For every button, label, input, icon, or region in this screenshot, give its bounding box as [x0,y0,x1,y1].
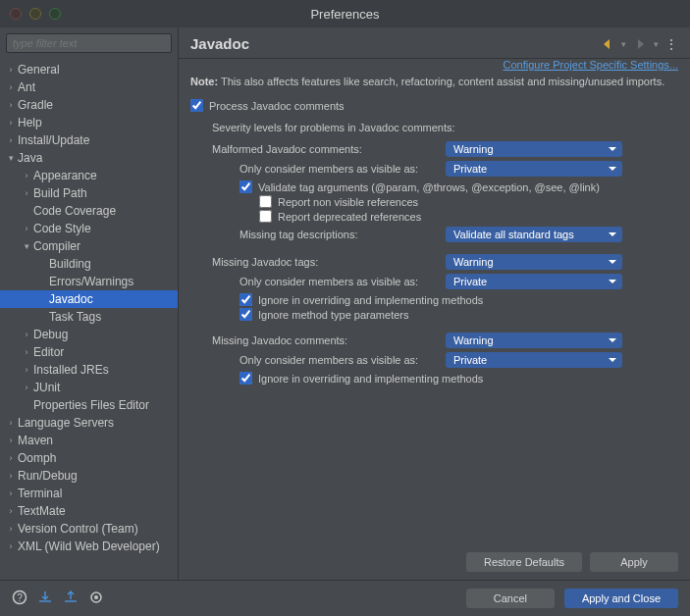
tree-item-ant[interactable]: ›Ant [0,78,178,96]
chevron-right-icon: › [4,506,18,516]
tree-item-install-update[interactable]: ›Install/Update [0,131,178,149]
tree-item-xml-wild-web-developer-[interactable]: ›XML (Wild Web Developer) [0,538,178,555]
restore-defaults-button[interactable]: Restore Defaults [466,552,582,572]
chevron-right-icon: › [4,135,18,145]
tree-item-errors-warnings[interactable]: ·Errors/Warnings [0,273,178,290]
malformed-severity-select[interactable]: Warning [446,141,622,157]
export-icon[interactable] [63,590,79,608]
missing-desc-label: Missing tag descriptions: [239,229,446,240]
missing-tags-ignore-params-checkbox[interactable] [239,308,252,321]
tree-item-textmate[interactable]: ›TextMate [0,502,178,520]
tree-item-label: Terminal [18,487,174,500]
tree-item-label: Debug [33,328,174,341]
tree-item-label: Gradle [18,98,174,112]
report-non-visible-checkbox[interactable] [259,195,272,208]
preferences-tree[interactable]: ›General›Ant›Gradle›Help›Install/Update▾… [0,59,178,580]
window-title: Preferences [0,7,690,22]
apply-and-close-button[interactable]: Apply and Close [564,589,678,608]
chevron-right-icon: › [4,541,18,551]
tree-item-general[interactable]: ›General [0,61,178,78]
import-icon[interactable] [37,590,53,608]
tree-item-editor[interactable]: ›Editor [0,343,178,361]
missing-tags-visibility-select[interactable]: Private [446,274,622,289]
chevron-right-icon: › [4,453,18,463]
help-icon[interactable]: ? [12,590,27,608]
tree-item-label: Installed JREs [33,363,174,377]
tree-item-maven[interactable]: ›Maven [0,432,178,449]
tree-item-junit[interactable]: ›JUnit [0,379,178,396]
configure-project-link[interactable]: Configure Project Specific Settings... [503,59,678,71]
severity-heading: Severity levels for problems in Javadoc … [212,122,678,133]
tree-item-label: Ant [18,80,174,94]
tree-item-label: Code Coverage [33,204,174,218]
tree-item-label: TextMate [18,504,174,518]
missing-comments-ignore-override-checkbox[interactable] [239,372,252,385]
svg-text:?: ? [17,592,23,603]
tree-item-properties-files-editor[interactable]: ·Properties Files Editor [0,396,178,414]
chevron-right-icon: › [20,383,33,392]
missing-tags-label: Missing Javadoc tags: [212,256,446,268]
tree-item-appearance[interactable]: ›Appearance [0,167,178,184]
chevron-down-icon: ▾ [20,241,33,251]
tree-item-gradle[interactable]: ›Gradle [0,96,178,114]
chevron-right-icon: › [20,224,33,233]
tree-item-label: Maven [18,434,174,447]
tree-item-label: Install/Update [18,133,174,147]
malformed-label: Malformed Javadoc comments: [212,143,446,155]
tree-item-help[interactable]: ›Help [0,114,178,131]
tree-item-label: General [18,63,174,77]
tree-item-language-servers[interactable]: ›Language Servers [0,414,178,432]
missing-comments-severity-select[interactable]: Warning [446,333,622,348]
dropdown-indicator-icon: ▾ [654,39,659,49]
tree-item-label: Editor [33,345,174,359]
tree-item-javadoc[interactable]: ·Javadoc [0,290,178,308]
tree-item-java[interactable]: ▾Java [0,149,178,167]
tree-item-label: Java [18,151,174,165]
process-javadoc-checkbox[interactable] [190,99,203,112]
nav-back-icon[interactable] [600,36,615,52]
chevron-right-icon: › [4,118,18,128]
tree-item-label: Language Servers [18,416,174,430]
tree-item-installed-jres[interactable]: ›Installed JREs [0,361,178,379]
apply-button[interactable]: Apply [590,552,678,572]
missing-desc-select[interactable]: Validate all standard tags [446,227,622,242]
tree-item-compiler[interactable]: ▾Compiler [0,237,178,255]
missing-comments-visibility-select[interactable]: Private [446,352,622,368]
malformed-visibility-select[interactable]: Private [446,161,622,177]
menu-icon[interactable]: ⋮ [664,36,678,52]
missing-tags-severity-select[interactable]: Warning [446,254,622,270]
tree-item-label: Errors/Warnings [49,275,174,288]
tree-item-label: Build Path [33,186,174,200]
tree-item-label: Compiler [33,239,174,253]
tree-item-version-control-team-[interactable]: ›Version Control (Team) [0,520,178,538]
missing-comments-ignore-override-label: Ignore in overriding and implementing me… [258,373,483,385]
tree-item-label: Building [49,257,174,271]
tree-item-terminal[interactable]: ›Terminal [0,485,178,502]
validate-tag-checkbox[interactable] [239,180,252,193]
chevron-right-icon: › [4,488,18,498]
chevron-right-icon: › [4,436,18,445]
chevron-down-icon: ▾ [4,153,18,163]
report-deprecated-label: Report deprecated references [278,211,421,223]
nav-forward-icon[interactable] [632,36,648,52]
tree-item-code-style[interactable]: ›Code Style [0,220,178,237]
filter-input[interactable] [6,33,172,53]
report-deprecated-checkbox[interactable] [259,210,272,223]
note-text: Note: This also affects features like se… [190,75,678,89]
missing-tags-ignore-override-checkbox[interactable] [239,293,252,306]
missing-tags-ignore-params-label: Ignore method type parameters [258,309,408,321]
tree-item-building[interactable]: ·Building [0,255,178,273]
tree-item-run-debug[interactable]: ›Run/Debug [0,467,178,485]
validate-tag-label: Validate tag arguments (@param, @throws,… [258,181,600,193]
tree-item-debug[interactable]: ›Debug [0,326,178,343]
titlebar: Preferences [0,0,690,27]
tree-item-label: JUnit [33,381,174,394]
tree-item-build-path[interactable]: ›Build Path [0,184,178,202]
oomph-icon[interactable] [88,590,104,608]
tree-item-code-coverage[interactable]: ·Code Coverage [0,202,178,220]
tree-item-oomph[interactable]: ›Oomph [0,449,178,467]
dropdown-indicator-icon: ▾ [621,39,626,49]
cancel-button[interactable]: Cancel [466,589,555,608]
tree-item-label: Version Control (Team) [18,522,174,536]
tree-item-task-tags[interactable]: ·Task Tags [0,308,178,326]
